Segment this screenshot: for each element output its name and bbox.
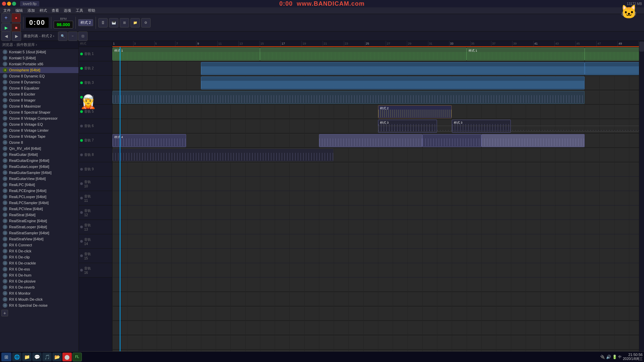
menu-view[interactable]: 查看 — [50, 7, 61, 14]
plugin-item-30[interactable]: ⚙RealStratSampler [64bit] — [0, 230, 78, 236]
plugin-item-41[interactable]: ⚙RX 6 Mouth De-click — [0, 296, 78, 302]
mixer-button[interactable]: 🎛 — [98, 18, 108, 27]
tempo-display[interactable]: 98.000 — [54, 21, 73, 28]
plugin-item-36[interactable]: ⚙RX 6 De-ess — [0, 266, 78, 272]
stop-button[interactable]: ■ — [11, 23, 21, 33]
plugin-item-13[interactable]: ⚙Ozone 8 Vintage Limiter — [0, 127, 78, 133]
pattern-block[interactable]: 样式 2 — [378, 105, 452, 118]
menu-tools[interactable]: 工具 — [74, 7, 85, 14]
taskbar-app2[interactable]: ⬤ — [62, 353, 72, 361]
menu-options[interactable]: 选项 — [62, 7, 73, 14]
menu-help[interactable]: 帮助 — [86, 7, 97, 14]
sequencer-grid[interactable]: 样式 1样式 1样式 2样式 3样式 3样式 4 — [112, 47, 639, 352]
plugin-item-21[interactable]: ⚙RealGuitarView [64bit] — [0, 176, 78, 182]
right-scrollbar[interactable] — [639, 41, 644, 352]
start-button[interactable]: ⊞ — [1, 353, 11, 361]
plugin-item-8[interactable]: ⚙Ozone 8 Imager — [0, 97, 78, 103]
plugin-item-4[interactable]: ⚙Ozone 8 Dynamic EQ — [0, 73, 78, 79]
maximize-button[interactable] — [12, 2, 16, 6]
pattern-block[interactable] — [319, 134, 422, 147]
pattern-selector[interactable]: 样式 2 — [78, 19, 93, 26]
plugin-item-3[interactable]: ✦Omnisphere [64bit] — [0, 67, 78, 73]
plugin-item-18[interactable]: ⚙RealGuitarEngine [64bit] — [0, 158, 78, 164]
play-button[interactable]: ▶ — [1, 23, 11, 33]
snap-button[interactable]: ⊡ — [78, 32, 88, 41]
plugin-item-23[interactable]: ⚙RealLPCEngine [64bit] — [0, 188, 78, 194]
plugin-item-38[interactable]: ⚙RX 6 De-plosive — [0, 278, 78, 284]
plugin-item-26[interactable]: ⚙RealLPCView [64bit] — [0, 206, 78, 212]
taskbar-explorer[interactable]: 📁 — [22, 353, 32, 361]
plugin-item-31[interactable]: ⚙RealStratView [64bit] — [0, 236, 78, 242]
plugin-item-16[interactable]: ⚙Qin_RV_x64 [64bit] — [0, 145, 78, 152]
pattern-block[interactable] — [260, 48, 467, 61]
plugin-item-34[interactable]: ⚙RX 6 De-clip — [0, 254, 78, 260]
plugin-item-1[interactable]: ⚙Kontakt 5 [64bit] — [0, 55, 78, 61]
plugin-item-27[interactable]: ⚙RealStrat [64bit] — [0, 212, 78, 218]
minimize-button[interactable] — [7, 2, 11, 6]
plugin-item-28[interactable]: ⚙RealStratEngine [64bit] — [0, 218, 78, 224]
plugin-item-12[interactable]: ⚙Ozone 8 Vintage EQ — [0, 121, 78, 127]
plugin-item-10[interactable]: ⚙Ozone 8 Spectral Shaper — [0, 109, 78, 115]
plugin-item-6[interactable]: ⚙Ozone 8 Equalizer — [0, 85, 78, 91]
plugin-item-29[interactable]: ⚙RealStratLooper [64bit] — [0, 224, 78, 230]
plugin-item-14[interactable]: ⚙Ozone 8 Vintage Tape — [0, 133, 78, 139]
pattern-block[interactable]: 样式 4 — [112, 134, 186, 147]
plugin-item-2[interactable]: ⚙Kontakt Portable x86 — [0, 61, 78, 67]
close-button[interactable] — [2, 2, 6, 6]
plugin-item-25[interactable]: ⚙RealLPCSampler [64bit] — [0, 200, 78, 206]
taskbar-flstudio[interactable]: FL — [72, 353, 82, 361]
plugin-item-15[interactable]: ⚙Ozone 8 — [0, 139, 78, 145]
back-button[interactable]: ◀ — [1, 32, 11, 41]
taskbar-files[interactable]: 📂 — [52, 353, 62, 361]
pattern-block[interactable] — [585, 62, 639, 75]
plugin-item-20[interactable]: ⚙RealGuitarSampler [64bit] — [0, 170, 78, 176]
plugin-item-9[interactable]: ⚙Ozone 8 Maximizer — [0, 103, 78, 109]
pattern-block[interactable]: 样式 1 — [467, 48, 585, 61]
plugin-item-40[interactable]: ⚙RX 6 Monitor — [0, 290, 78, 296]
scrollbar-thumb[interactable] — [639, 42, 644, 52]
taskbar-wechat[interactable]: 💬 — [32, 353, 42, 361]
plugin-item-39[interactable]: ⚙RX 6 De-reverb — [0, 284, 78, 290]
plugin-item-35[interactable]: ⚙RX 6 De-crackle — [0, 260, 78, 266]
plugin-item-37[interactable]: ⚙RX 6 De-hum — [0, 272, 78, 278]
plugin-item-17[interactable]: ⚙RealGuitar [64bit] — [0, 152, 78, 158]
record-button[interactable]: ● — [11, 13, 21, 22]
track-status-dot — [80, 139, 83, 142]
menu-style[interactable]: 样式 — [38, 7, 49, 14]
plugin-item-24[interactable]: ⚙RealLPCLooper [64bit] — [0, 194, 78, 200]
plugin-item-5[interactable]: ⚙Ozone 8 Dynamics — [0, 79, 78, 85]
plugin-item-33[interactable]: ⚙RX 6 De-click — [0, 248, 78, 254]
menu-add[interactable]: 添加 — [25, 7, 37, 14]
pattern-block[interactable]: 样式 1 — [112, 48, 260, 61]
plugin-item-19[interactable]: ⚙RealGuitarLooper [64bit] — [0, 164, 78, 170]
add-button[interactable]: + — [1, 13, 11, 22]
ruler-tick-10: 21 — [323, 41, 344, 46]
pattern-block[interactable] — [112, 91, 585, 104]
plugin-item-32[interactable]: ⚙RX 6 Connect — [0, 242, 78, 248]
forward-button[interactable]: ▶ — [12, 32, 21, 41]
ruler-tick-20: 41 — [534, 41, 555, 46]
plugin-btn[interactable]: ⚙ — [141, 18, 151, 27]
pattern-block[interactable] — [201, 76, 585, 89]
pattern-block[interactable] — [378, 126, 639, 132]
add-plugin-button[interactable]: + — [1, 310, 8, 316]
step-seq-button[interactable]: ⊞ — [120, 18, 129, 27]
pattern-block[interactable] — [112, 148, 334, 162]
pattern-block[interactable] — [422, 134, 481, 147]
plugin-item-22[interactable]: ⚙RealLPC [64bit] — [0, 182, 78, 188]
plugin-item-11[interactable]: ⚙Ozone 8 Vintage Compressor — [0, 115, 78, 121]
pattern-block[interactable] — [481, 134, 585, 147]
pattern-block[interactable] — [201, 62, 585, 75]
zoom-out[interactable]: − — [68, 32, 77, 41]
browser-button[interactable]: 📁 — [130, 18, 140, 27]
title-tab[interactable]: love9.flp — [20, 1, 39, 6]
taskbar-app1[interactable]: 🎵 — [42, 353, 52, 361]
taskbar-edge[interactable]: 🌐 — [12, 353, 21, 361]
plugin-item-7[interactable]: ⚙Ozone 8 Exciter — [0, 91, 78, 97]
window-controls[interactable] — [2, 2, 16, 6]
piano-roll-button[interactable]: 🎹 — [109, 18, 118, 27]
pattern-block[interactable] — [585, 48, 639, 61]
zoom-in[interactable]: 🔍 — [58, 32, 67, 41]
plugin-item-42[interactable]: ⚙RX 6 Spectral De-noise — [0, 302, 78, 308]
plugin-item-0[interactable]: ⚙Kontakt 5 16out [64bit] — [0, 49, 78, 55]
